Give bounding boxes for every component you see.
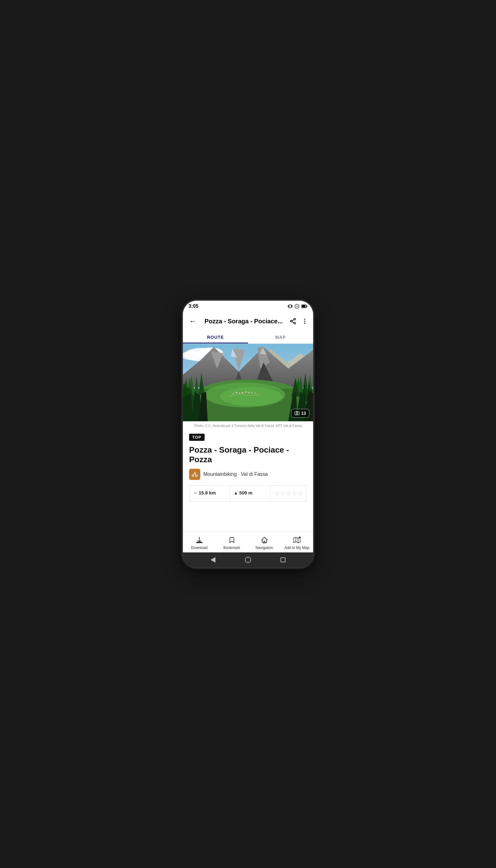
svg-rect-9 (307, 306, 308, 307)
route-title: Pozza - Soraga - Pociace - Pozza (189, 445, 307, 464)
content: TOP Pozza - Soraga - Pociace - Pozza (183, 430, 313, 532)
stats-row: ↔ 15.9 km ▲ 509 m ☆ ☆ ☆ ☆ ☆ (189, 485, 307, 501)
star-5: ☆ (298, 490, 303, 497)
stat-distance: ↔ 15.9 km (189, 486, 230, 501)
share-icon[interactable] (290, 318, 296, 325)
svg-rect-38 (242, 392, 243, 393)
svg-point-12 (294, 322, 296, 324)
svg-rect-42 (232, 393, 234, 394)
download-icon (196, 536, 203, 544)
dnd-icon (294, 304, 299, 309)
photo-count: 13 (301, 411, 306, 416)
svg-rect-36 (236, 392, 237, 393)
sys-recent-button[interactable] (280, 556, 286, 563)
star-rating: ☆ ☆ ☆ ☆ ☆ (270, 486, 307, 501)
battery-icon (301, 304, 308, 308)
svg-rect-37 (239, 392, 240, 394)
svg-point-72 (195, 472, 196, 473)
bookmark-label: Bookmark (223, 546, 240, 550)
sys-back-button[interactable] (210, 556, 216, 563)
svg-rect-40 (248, 392, 250, 393)
tab-route[interactable]: ROUTE (183, 330, 248, 343)
top-bar: ← Pozza - Soraga - Pociace... (183, 312, 313, 330)
map-plus-icon (293, 536, 301, 544)
navigation-label: Navigation (255, 546, 273, 550)
status-bar: 3:05 (183, 301, 313, 312)
tab-map[interactable]: MAP (248, 330, 313, 343)
photo-credit: Photo: C.C. Azienda per il Turismo della… (183, 421, 313, 430)
svg-rect-43 (254, 392, 256, 394)
svg-rect-41 (251, 392, 252, 393)
svg-point-11 (291, 320, 292, 322)
navigation-icon (261, 536, 268, 544)
svg-rect-39 (245, 391, 247, 393)
page-title: Pozza - Soraga - Pociace... (200, 318, 287, 325)
route-meta-text: Mountainbiking · Val di Fassa (203, 471, 268, 477)
nav-navigation[interactable]: Navigation (248, 534, 281, 551)
svg-rect-8 (302, 305, 306, 308)
elevation-icon: ▲ (234, 491, 238, 495)
back-button[interactable]: ← (188, 315, 198, 327)
nav-add-to-map[interactable]: Add to My Map (281, 534, 313, 551)
svg-line-14 (292, 320, 294, 321)
tabs: ROUTE MAP (183, 330, 313, 344)
stat-elevation: ▲ 509 m (230, 486, 270, 501)
photo-count-badge[interactable]: 13 (291, 409, 309, 418)
svg-point-69 (296, 413, 298, 414)
activity-icon (189, 469, 200, 480)
status-time: 3:05 (188, 304, 198, 309)
svg-line-13 (292, 322, 294, 323)
star-4: ☆ (292, 490, 297, 497)
star-2: ☆ (280, 490, 285, 497)
distance-icon: ↔ (193, 491, 198, 495)
nav-download[interactable]: Download (183, 534, 215, 551)
sys-home-button[interactable] (245, 556, 251, 563)
svg-point-15 (304, 319, 305, 320)
bookmark-icon (229, 536, 235, 544)
screen: ← Pozza - Soraga - Pociace... (183, 312, 313, 553)
svg-point-17 (304, 323, 305, 324)
bottom-nav: Download Bookmark Navi (183, 532, 313, 553)
phone-frame: 3:05 ← (183, 301, 313, 567)
star-3: ☆ (286, 490, 291, 497)
photo-icon (294, 411, 299, 415)
svg-rect-0 (289, 305, 291, 308)
route-meta: Mountainbiking · Val di Fassa (189, 469, 307, 480)
more-icon[interactable] (301, 318, 308, 325)
mountainbike-icon (191, 471, 198, 478)
top-badge: TOP (189, 434, 205, 441)
vibrate-icon (288, 304, 293, 309)
nav-bookmark[interactable]: Bookmark (215, 534, 248, 551)
add-to-map-label: Add to My Map (284, 546, 309, 550)
hero-image[interactable]: 13 (183, 344, 313, 421)
download-label: Download (191, 546, 207, 550)
status-icons (288, 304, 308, 309)
svg-point-16 (304, 321, 305, 322)
svg-point-10 (294, 319, 296, 320)
top-actions (290, 318, 308, 325)
star-1: ☆ (274, 490, 279, 497)
system-nav (183, 553, 313, 567)
